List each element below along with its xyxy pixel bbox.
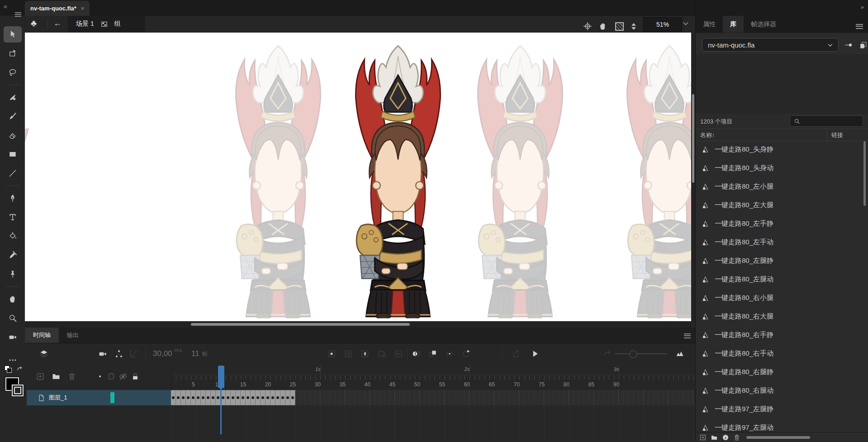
classic-brush-tool[interactable] (4, 108, 22, 124)
outline-column-icon[interactable] (107, 372, 116, 383)
item-properties-icon[interactable] (722, 434, 729, 441)
empty-frame-cell[interactable] (688, 390, 693, 405)
empty-frame-cell[interactable] (474, 390, 479, 405)
empty-frame-cell[interactable] (465, 390, 470, 405)
empty-frame-cell[interactable] (544, 390, 549, 405)
empty-frame-cell[interactable] (569, 390, 574, 405)
keyframe-cell[interactable] (241, 390, 246, 405)
library-item[interactable]: 一键走路80_头身动 (696, 159, 862, 177)
empty-frame-cell[interactable] (654, 390, 659, 405)
empty-frame-cell[interactable] (489, 390, 494, 405)
rotate-view-icon[interactable] (598, 21, 608, 31)
empty-frame-cell[interactable] (599, 390, 604, 405)
new-folder-icon[interactable] (52, 372, 61, 383)
empty-frame-cell[interactable] (674, 390, 678, 405)
empty-frame-cell[interactable] (519, 390, 524, 405)
timeline-empty-area[interactable] (171, 406, 695, 442)
clip-content-icon[interactable] (614, 21, 624, 31)
empty-frame-cell[interactable] (594, 390, 599, 405)
panel-overflow-icon[interactable]: » (861, 4, 864, 10)
empty-frame-cell[interactable] (484, 390, 489, 405)
keyframe-cell[interactable] (181, 390, 186, 405)
keyframe-cell[interactable] (256, 390, 261, 405)
new-layer-icon[interactable] (36, 372, 45, 383)
empty-frame-cell[interactable] (385, 390, 390, 405)
frame-ruler[interactable]: 1s2s3s 510152025303540455055606570758085… (171, 365, 695, 389)
empty-frame-cell[interactable] (460, 390, 465, 405)
visibility-column-icon[interactable] (119, 372, 128, 383)
empty-frame-cell[interactable] (529, 390, 534, 405)
keyframe-cell[interactable] (236, 390, 241, 405)
playhead[interactable] (218, 366, 224, 388)
zoom-dropdown-chevron-icon[interactable] (682, 20, 689, 27)
empty-frame-cell[interactable] (315, 390, 320, 405)
library-item[interactable]: 一键走路80_左手动 (696, 233, 862, 252)
layer-depth-icon[interactable] (39, 349, 48, 360)
keyframe-cell[interactable] (285, 390, 290, 405)
zoom-level-input[interactable]: 51% (643, 17, 682, 32)
rectangle-tool[interactable] (4, 146, 22, 162)
library-item[interactable]: 一键走路80_右手静 (696, 326, 862, 344)
empty-frame-cell[interactable] (445, 390, 450, 405)
empty-frame-cell[interactable] (310, 390, 315, 405)
onion-skin-icon[interactable] (412, 349, 421, 360)
insert-keyframe-icon[interactable] (327, 349, 336, 360)
empty-frame-cell[interactable] (579, 390, 584, 405)
swap-colors-icon[interactable] (16, 366, 23, 373)
layer-parenting-icon[interactable] (114, 349, 123, 360)
empty-frame-cell[interactable] (539, 390, 544, 405)
asset-warp-tool[interactable] (4, 266, 22, 282)
pin-library-icon[interactable] (844, 41, 853, 49)
empty-frame-cell[interactable] (430, 390, 435, 405)
empty-frame-cell[interactable] (395, 390, 400, 405)
empty-frame-cell[interactable] (494, 390, 499, 405)
delete-item-icon[interactable] (733, 434, 740, 441)
timeline-menu-icon[interactable] (684, 332, 691, 339)
keyframe-cell[interactable] (290, 390, 295, 405)
empty-frame-cell[interactable] (440, 390, 445, 405)
empty-frame-cell[interactable] (609, 390, 614, 405)
empty-frame-cell[interactable] (678, 390, 683, 405)
empty-frame-cell[interactable] (649, 390, 654, 405)
eraser-tool[interactable] (4, 127, 22, 143)
fill-stroke-color-swatch[interactable] (5, 377, 25, 398)
hand-tool[interactable] (4, 291, 22, 307)
camera-tool[interactable] (4, 329, 22, 345)
empty-frame-cell[interactable] (479, 390, 484, 405)
library-vscrollbar-thumb[interactable] (863, 141, 866, 206)
lasso-tool[interactable] (4, 64, 22, 81)
empty-frame-cell[interactable] (330, 390, 335, 405)
keyframe-cell[interactable] (186, 390, 191, 405)
lock-column-icon[interactable] (131, 372, 140, 383)
empty-frame-cell[interactable] (664, 390, 669, 405)
keyframe-cell[interactable] (266, 390, 270, 405)
tab-properties[interactable]: 属性 (696, 16, 723, 33)
library-item[interactable]: 一键走路80_左腿静 (696, 252, 862, 270)
text-tool[interactable] (4, 209, 22, 225)
empty-frame-cell[interactable] (614, 390, 619, 405)
empty-frame-cell[interactable] (629, 390, 634, 405)
tab-timeline[interactable]: 时间轴 (25, 328, 59, 343)
empty-frame-cell[interactable] (514, 390, 519, 405)
empty-frame-cell[interactable] (634, 390, 639, 405)
empty-frame-cell[interactable] (305, 390, 310, 405)
edit-symbols-icon[interactable] (100, 20, 108, 28)
default-colors-icon[interactable] (5, 366, 12, 373)
zoom-tool[interactable] (4, 310, 22, 326)
keyframe-cell[interactable] (206, 390, 211, 405)
selection-tool[interactable] (4, 26, 22, 43)
eyedropper-tool[interactable] (4, 247, 22, 263)
character-figure[interactable] (333, 33, 463, 318)
library-item[interactable]: 一键走路80_左大腿 (696, 196, 862, 214)
empty-frame-cell[interactable] (425, 390, 430, 405)
keyframe-cell[interactable] (270, 390, 275, 405)
empty-frame-cell[interactable] (405, 390, 410, 405)
empty-frame-cell[interactable] (400, 390, 405, 405)
new-library-panel-icon[interactable] (859, 41, 868, 49)
empty-frame-cell[interactable] (584, 390, 589, 405)
empty-frame-cell[interactable] (335, 390, 340, 405)
empty-frame-cell[interactable] (370, 390, 375, 405)
empty-frame-cell[interactable] (345, 390, 350, 405)
empty-frame-cell[interactable] (549, 390, 554, 405)
timeline-zoom-slider[interactable] (615, 353, 667, 354)
